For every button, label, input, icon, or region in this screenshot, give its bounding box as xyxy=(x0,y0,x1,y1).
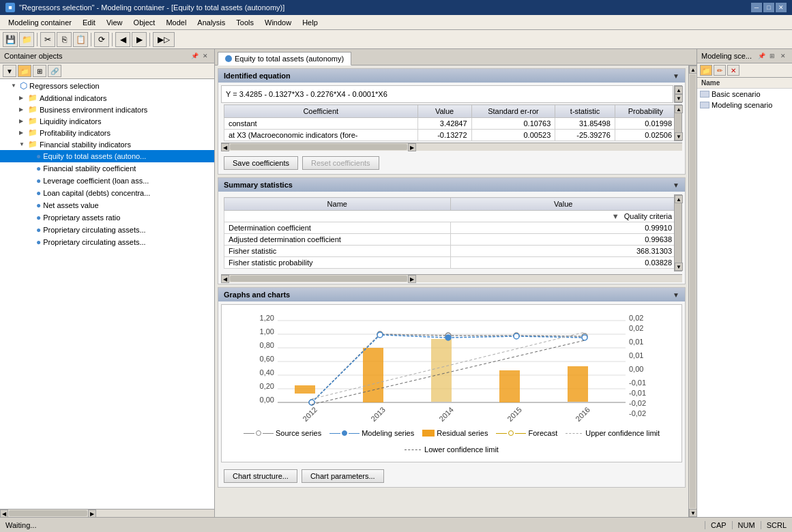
menu-modeling-container[interactable]: Modeling container xyxy=(3,17,77,28)
close-button[interactable]: ✕ xyxy=(776,3,787,12)
coef-table-hscroll[interactable]: ◀ ▶ xyxy=(221,143,682,151)
summary-stats-title: Summary statistics xyxy=(224,181,293,189)
graphs-header[interactable]: Graphs and charts ▼ xyxy=(218,288,685,301)
minimize-button[interactable]: ─ xyxy=(751,3,762,12)
scenario-pin-btn[interactable]: 📌 xyxy=(757,51,766,61)
scenario-close-btn[interactable]: ✕ xyxy=(778,51,788,61)
expand-icon[interactable]: ▼ xyxy=(11,83,18,89)
tree-item-prop-circ1[interactable]: ● Proprietary circulating assets... xyxy=(0,224,214,236)
stats-hscroll-left[interactable]: ◀ xyxy=(221,275,229,283)
stats-scroll-up[interactable]: ▲ xyxy=(675,195,683,203)
scenario-item-modeling[interactable]: Modeling scenario xyxy=(697,100,792,110)
right-area: Equity to total assets (autonomy) Identi… xyxy=(215,49,792,517)
tree-item-business[interactable]: ▶ 📁 Business environment indicators xyxy=(0,104,214,115)
toolbar-forward-btn[interactable]: ▶ xyxy=(132,32,147,47)
tree-item-additional[interactable]: ▶ 📁 Additional indicators xyxy=(0,92,214,104)
identified-equation-header[interactable]: Identified equation ▼ xyxy=(218,69,685,83)
menu-model[interactable]: Model xyxy=(160,17,192,28)
coef-val-0: 3.42847 xyxy=(417,118,471,130)
left-panel-filter-btn[interactable]: ▼ xyxy=(3,65,16,77)
left-panel-folder-btn[interactable]: 📁 xyxy=(18,65,31,77)
stats-table-hscroll[interactable]: ◀ ▶ xyxy=(221,274,682,282)
menu-window[interactable]: Window xyxy=(259,17,297,28)
scenario-item-basic[interactable]: Basic scenario xyxy=(697,89,792,100)
tree-item-liquidity[interactable]: ▶ 📁 Liquidity indicators xyxy=(0,115,214,127)
content-scroll[interactable]: Identified equation ▼ Y = 3.4285 - 0.132… xyxy=(215,65,688,517)
tree-item-prop-assets[interactable]: ● Proprietary assets ratio xyxy=(0,211,214,224)
stats-hscroll-thumb[interactable] xyxy=(230,276,407,282)
window-controls: ─ □ ✕ xyxy=(751,3,787,12)
coef-hscroll-right[interactable]: ▶ xyxy=(408,143,416,151)
ball-icon-loan: ● xyxy=(36,188,41,198)
left-panel-hscroll[interactable]: ◀ ▶ xyxy=(0,509,214,517)
chart-parameters-button[interactable]: Chart parameters... xyxy=(302,469,384,483)
tree-item-equity[interactable]: ● Equity to total assets (autono... xyxy=(0,150,214,162)
left-panel-close-btn[interactable]: ✕ xyxy=(201,51,210,61)
content-scroll-down-btn[interactable]: ▼ xyxy=(689,509,696,517)
expand-icon-profitability[interactable]: ▶ xyxy=(19,130,26,136)
coef-scroll-down[interactable]: ▼ xyxy=(675,132,683,141)
menu-view[interactable]: View xyxy=(101,17,128,28)
tree-item-regressors[interactable]: ▼ ⬡ Regressors selection xyxy=(0,79,214,92)
menu-help[interactable]: Help xyxy=(297,17,323,28)
hscroll-thumb[interactable] xyxy=(9,510,87,516)
expand-icon-additional[interactable]: ▶ xyxy=(19,95,26,101)
tree-item-financial[interactable]: ▼ 📁 Financial stability indicators xyxy=(0,138,214,150)
expand-icon-liquidity[interactable]: ▶ xyxy=(19,118,26,124)
toolbar-run-btn[interactable]: ▶▷ xyxy=(153,32,175,47)
coef-val-1: -0.13272 xyxy=(417,130,471,141)
title-bar: ■ "Regressors selection" - Modeling cont… xyxy=(0,0,792,15)
content-scroll-up-btn[interactable]: ▲ xyxy=(689,65,696,74)
tree-item-fin-stab-coef[interactable]: ● Financial stability coefficient xyxy=(0,162,214,175)
tree-item-profitability[interactable]: ▶ 📁 Profitability indicators xyxy=(0,127,214,138)
tab-equity[interactable]: Equity to total assets (autonomy) xyxy=(218,52,351,65)
toolbar-paste-btn[interactable]: 📋 xyxy=(73,32,88,47)
toolbar-refresh-btn[interactable]: ⟳ xyxy=(94,32,109,47)
stats-scroll-down[interactable]: ▼ xyxy=(675,263,683,271)
menu-tools[interactable]: Tools xyxy=(231,17,259,28)
svg-text:0,01: 0,01 xyxy=(629,351,643,359)
eq-scroll-down[interactable]: ▼ xyxy=(675,94,683,102)
section-toggle-graphs[interactable]: ▼ xyxy=(673,291,679,299)
expand-icon-business[interactable]: ▶ xyxy=(19,106,26,113)
toolbar-open-btn[interactable]: 📁 xyxy=(19,32,34,47)
coef-scroll-up[interactable]: ▲ xyxy=(675,105,683,113)
tree-item-loan-capital[interactable]: ● Loan capital (debts) concentra... xyxy=(0,187,214,199)
scenario-folder-btn[interactable]: 📁 xyxy=(700,65,712,76)
tree-item-net-assets[interactable]: ● Net assets value xyxy=(0,199,214,211)
toolbar-save-btn[interactable]: 💾 xyxy=(3,32,18,47)
left-panel-pin-btn[interactable]: 📌 xyxy=(190,51,199,61)
coef-hscroll-thumb[interactable] xyxy=(230,144,407,150)
expand-icon-financial[interactable]: ▼ xyxy=(19,141,26,147)
tree-label-fin-stab: Financial stability coefficient xyxy=(43,164,136,173)
scenario-float-btn[interactable]: ⊞ xyxy=(767,51,777,61)
chart-structure-button[interactable]: Chart structure... xyxy=(224,469,297,483)
section-toggle-eq[interactable]: ▼ xyxy=(673,72,679,80)
toolbar-copy-btn[interactable]: ⎘ xyxy=(57,32,72,47)
eq-scroll-up[interactable]: ▲ xyxy=(675,86,683,94)
toolbar-sep1 xyxy=(37,33,38,46)
tree-item-prop-circ2[interactable]: ● Proprietary circulating assets... xyxy=(0,236,214,248)
content-vscroll[interactable]: ▲ ▼ xyxy=(688,65,696,517)
scenario-edit-btn[interactable]: ✏ xyxy=(714,65,726,76)
menu-analysis[interactable]: Analysis xyxy=(192,17,231,28)
tree-item-leverage[interactable]: ● Leverage coefficient (loan ass... xyxy=(0,175,214,187)
toolbar-back-btn[interactable]: ◀ xyxy=(115,32,130,47)
save-coefficients-button[interactable]: Save coefficients xyxy=(224,156,298,170)
section-toggle-stats[interactable]: ▼ xyxy=(673,181,679,189)
left-panel-view-btn[interactable]: ⊞ xyxy=(33,65,46,77)
hscroll-right-btn[interactable]: ▶ xyxy=(88,509,96,518)
menu-object[interactable]: Object xyxy=(128,17,161,28)
stats-hscroll-right[interactable]: ▶ xyxy=(408,275,416,283)
hscroll-left-btn[interactable]: ◀ xyxy=(0,509,8,518)
maximize-button[interactable]: □ xyxy=(763,3,774,12)
menu-edit[interactable]: Edit xyxy=(77,17,101,28)
scenario-delete-btn[interactable]: ✕ xyxy=(727,65,739,76)
col-tstat: t-statistic xyxy=(555,105,615,118)
toolbar-cut-btn[interactable]: ✂ xyxy=(40,32,55,47)
left-panel-link-btn[interactable]: 🔗 xyxy=(48,65,61,77)
summary-stats-header[interactable]: Summary statistics ▼ xyxy=(218,178,685,192)
tree-label-prop: Proprietary assets ratio xyxy=(43,213,120,222)
reset-coefficients-button[interactable]: Reset coefficients xyxy=(302,156,379,170)
coef-hscroll-left[interactable]: ◀ xyxy=(221,143,229,151)
